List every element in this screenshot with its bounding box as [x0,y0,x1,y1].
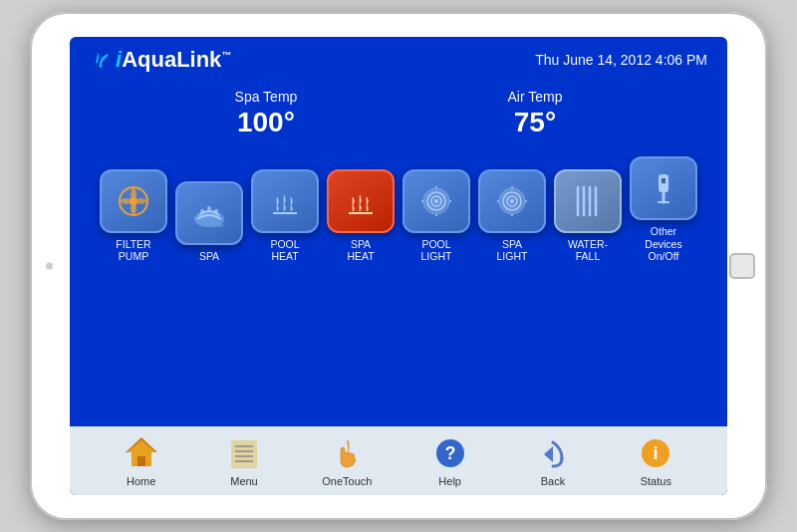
svg-point-3 [130,197,137,205]
header: i iAquaLink™ Thu June 14, 2012 4:06 PM [70,37,727,79]
svg-point-15 [435,214,437,216]
pool-heat-label: POOLHEAT [270,238,299,263]
house-icon [123,434,160,472]
svg-rect-27 [662,178,664,183]
spa-button[interactable] [175,181,243,245]
svg-point-6 [207,206,211,210]
svg-point-24 [497,200,499,202]
back-nav-label: Back [541,475,565,487]
control-spa-light[interactable]: SPALIGHT [478,169,546,263]
svg-point-14 [435,186,437,188]
spa-heat-button[interactable] [327,169,395,233]
ipad-home-button[interactable] [729,253,755,279]
control-filter-pump[interactable]: FILTERPUMP [100,169,167,263]
status-icon: i [637,434,674,472]
nav-back[interactable]: Back [523,434,583,487]
temperature-section: Spa Temp 100° Air Temp 75° [70,79,727,152]
help-nav-label: Help [438,475,461,487]
pool-heat-icon [263,179,307,223]
other-devices-button[interactable] [630,156,697,220]
home-nav-label: Home [127,475,155,487]
back-icon [534,434,572,472]
control-spa-heat[interactable]: SPAHEAT [327,169,395,263]
svg-rect-28 [664,178,665,183]
pool-heat-button[interactable] [251,169,319,233]
status-nav-icon: i [637,434,674,472]
svg-point-21 [510,199,514,203]
nav-menu[interactable]: Menu [214,434,274,487]
control-waterfall[interactable]: WATER-FALL [554,169,622,263]
controls-row: FILTERPUMP SPA [70,152,727,271]
spa-icon [187,191,231,235]
home-nav-icon [123,434,160,472]
onetouch-nav-label: OneTouch [322,475,372,487]
control-spa[interactable]: SPA [175,181,243,263]
pool-light-label: POOLLIGHT [421,238,452,263]
svg-text:i: i [96,52,100,66]
menu-nav-icon [225,434,263,472]
back-nav-icon [534,434,572,472]
svg-point-23 [511,214,513,216]
app-screen: i iAquaLink™ Thu June 14, 2012 4:06 PM S… [70,37,727,495]
plug-icon [642,166,685,210]
spa-temp-block: Spa Temp 100° [235,89,298,138]
svg-text:i: i [654,443,659,463]
spa-heat-icon [339,179,383,223]
other-devices-label: OtherDevicesOn/Off [645,225,681,263]
waterfall-icon [566,179,610,223]
help-nav-icon: ? [431,434,469,472]
onetouch-icon [328,434,366,472]
menu-nav-label: Menu [230,475,258,487]
filter-pump-button[interactable] [100,169,167,233]
control-other-devices[interactable]: OtherDevicesOn/Off [630,156,697,263]
spa-light-button[interactable] [478,169,546,233]
nav-status[interactable]: i Status [626,434,685,487]
svg-point-13 [434,199,438,203]
logo-trademark: ™ [221,50,231,61]
onetouch-nav-icon [328,434,366,472]
svg-marker-29 [127,438,156,452]
ipad-frame: i iAquaLink™ Thu June 14, 2012 4:06 PM S… [30,12,767,520]
wifi-logo-icon: i [90,49,112,71]
spa-heat-label: SPAHEAT [347,238,374,263]
nav-help[interactable]: ? Help [420,434,480,487]
logo-text: iAquaLink™ [116,47,231,73]
spa-temp-value: 100° [235,107,298,138]
waterfall-label: WATER-FALL [568,238,608,263]
menu-icon [225,434,263,472]
ipad-camera [46,263,53,270]
pool-light-icon [414,179,458,223]
svg-point-22 [511,186,513,188]
control-pool-light[interactable]: POOLLIGHT [402,169,470,263]
help-icon: ? [431,434,469,472]
spa-light-icon [490,179,534,223]
logo: i iAquaLink™ [90,47,231,73]
filter-pump-label: FILTERPUMP [116,238,150,263]
svg-text:?: ? [444,443,455,463]
status-nav-label: Status [641,475,671,487]
spa-temp-label: Spa Temp [235,89,298,105]
bottom-navigation: Home Menu [70,426,727,495]
svg-point-16 [421,200,423,202]
filter-pump-icon [112,179,155,223]
pool-light-button[interactable] [402,169,470,233]
control-pool-heat[interactable]: POOLHEAT [251,169,319,263]
spa-light-label: SPALIGHT [497,238,528,263]
svg-point-25 [525,200,527,202]
logo-name: AquaLink [122,47,221,72]
air-temp-value: 75° [507,107,562,138]
spa-label: SPA [199,250,219,263]
air-temp-block: Air Temp 75° [507,89,562,138]
svg-point-5 [200,209,204,213]
svg-rect-31 [137,456,145,466]
nav-home[interactable]: Home [112,434,171,487]
waterfall-button[interactable] [554,169,622,233]
svg-point-7 [214,209,218,213]
svg-point-17 [449,200,451,202]
svg-point-0 [100,65,103,68]
nav-onetouch[interactable]: OneTouch [317,434,377,487]
svg-rect-33 [231,440,257,468]
air-temp-label: Air Temp [507,89,562,105]
datetime-display: Thu June 14, 2012 4:06 PM [535,52,707,68]
